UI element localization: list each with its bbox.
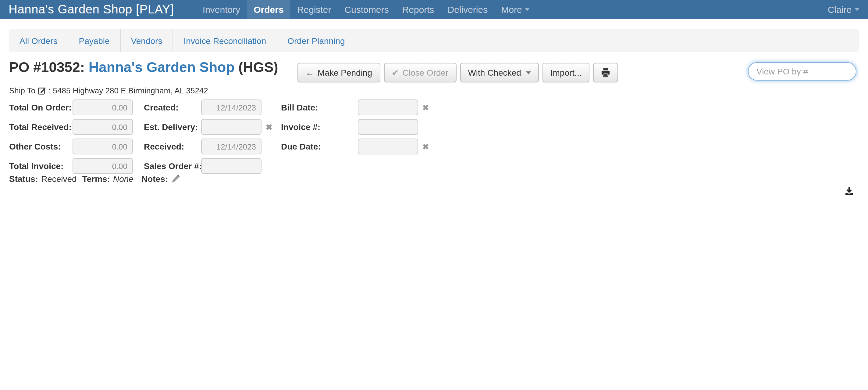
import-button[interactable]: Import...: [542, 63, 590, 82]
chevron-down-icon: [855, 8, 860, 11]
nav-item-orders[interactable]: Orders: [247, 0, 290, 19]
terms-label: Terms:: [82, 174, 110, 184]
ship-to-label: Ship To: [9, 86, 35, 95]
close-order-button[interactable]: ✔Close Order: [384, 63, 456, 82]
print-button[interactable]: [593, 63, 618, 82]
ship-to-colon: :: [48, 86, 50, 95]
created-input[interactable]: 12/14/2023: [201, 100, 261, 115]
tab-all-orders[interactable]: All Orders: [9, 29, 68, 52]
field-label: Sales Order #:: [144, 161, 201, 171]
po-toolbar: ←Make Pending ✔Close Order With Checked …: [298, 63, 618, 82]
clear-bill-date-icon[interactable]: ✖: [423, 103, 430, 112]
page-title: PO #10352: Hanna's Garden Shop (HGS): [9, 59, 278, 76]
with-checked-button[interactable]: With Checked: [460, 63, 538, 82]
vendor-link[interactable]: Hanna's Garden Shop: [89, 59, 235, 75]
orders-subnav: All Orders Payable Vendors Invoice Recon…: [9, 29, 859, 52]
status-line: Status: Received Terms: None Notes:: [9, 174, 180, 184]
po-number: PO #10352:: [9, 59, 85, 75]
status-value: Received: [41, 174, 77, 184]
field-label: Invoice #:: [281, 122, 358, 132]
sales-order-input[interactable]: [201, 158, 261, 174]
total-invoice-input[interactable]: 0.00: [72, 158, 133, 174]
make-pending-button[interactable]: ←Make Pending: [298, 63, 380, 82]
chevron-down-icon: [525, 8, 530, 11]
bill-date-input[interactable]: [358, 100, 418, 115]
nav-item-reports[interactable]: Reports: [395, 0, 441, 19]
field-label: Total Invoice:: [9, 161, 72, 171]
ship-to: Ship To : 5485 Highway 280 E Birmingham,…: [9, 86, 208, 95]
field-label: Bill Date:: [281, 103, 358, 112]
field-label: Total On Order:: [9, 103, 72, 112]
tab-invoice-reconciliation[interactable]: Invoice Reconciliation: [173, 29, 277, 52]
field-label: Created:: [144, 103, 201, 112]
invoice-number-input[interactable]: [358, 119, 418, 135]
vendor-code: (HGS): [238, 59, 278, 75]
page: Hanna's Garden Shop [PLAY] Inventory Ord…: [0, 0, 868, 195]
pencil-icon[interactable]: [171, 174, 180, 183]
notes-label: Notes:: [142, 174, 168, 184]
other-costs-input[interactable]: 0.00: [72, 139, 133, 155]
field-label: Total Received:: [9, 122, 72, 132]
user-menu[interactable]: Claire: [828, 0, 860, 19]
download-icon[interactable]: [845, 187, 854, 195]
top-navbar: Hanna's Garden Shop [PLAY] Inventory Ord…: [0, 0, 868, 19]
field-label: Est. Delivery:: [144, 122, 201, 132]
tab-payable[interactable]: Payable: [68, 29, 120, 52]
status-label: Status:: [9, 174, 38, 184]
view-po-input[interactable]: [748, 62, 857, 81]
brand[interactable]: Hanna's Garden Shop [PLAY]: [0, 2, 183, 17]
total-received-input[interactable]: 0.00: [72, 119, 133, 135]
field-label: Received:: [144, 142, 201, 151]
chevron-down-icon: [526, 71, 531, 74]
check-icon: ✔: [392, 68, 399, 77]
nav-item-inventory[interactable]: Inventory: [196, 0, 247, 19]
terms-value: None: [113, 174, 133, 184]
due-date-input[interactable]: [358, 139, 418, 155]
tab-order-planning[interactable]: Order Planning: [277, 29, 355, 52]
field-label: Other Costs:: [9, 142, 72, 151]
nav-item-customers[interactable]: Customers: [338, 0, 395, 19]
clear-est-delivery-icon[interactable]: ✖: [266, 122, 273, 132]
printer-icon: [601, 68, 610, 77]
arrow-left-icon: ←: [305, 68, 314, 77]
user-name: Claire: [828, 4, 851, 15]
field-label: Due Date:: [281, 142, 358, 151]
nav-item-register[interactable]: Register: [290, 0, 338, 19]
ship-to-address: 5485 Highway 280 E Birmingham, AL 35242: [53, 86, 208, 95]
nav-item-more[interactable]: More: [494, 0, 536, 19]
est-delivery-input[interactable]: [201, 119, 261, 135]
received-input[interactable]: 12/14/2023: [201, 139, 261, 155]
total-on-order-input[interactable]: 0.00: [72, 100, 133, 115]
edit-icon[interactable]: [38, 87, 46, 94]
nav-item-deliveries[interactable]: Deliveries: [441, 0, 495, 19]
main-menu: Inventory Orders Register Customers Repo…: [196, 0, 537, 19]
tab-vendors[interactable]: Vendors: [121, 29, 174, 52]
clear-due-date-icon[interactable]: ✖: [423, 142, 430, 151]
